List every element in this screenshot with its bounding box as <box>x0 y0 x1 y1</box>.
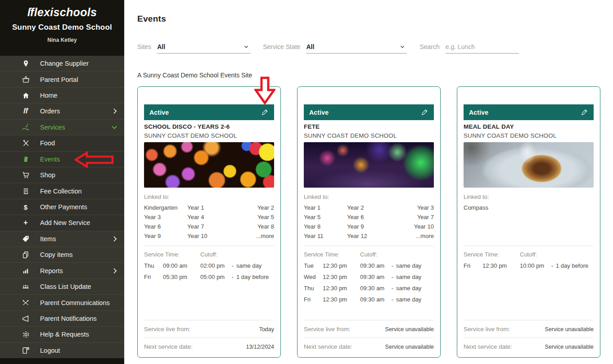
status-badge: Active <box>309 109 329 116</box>
home-icon <box>21 91 31 100</box>
card-footer: Service live from: Today Next service da… <box>144 320 274 350</box>
edit-pencil-icon[interactable] <box>421 108 428 116</box>
sidebar-item-services[interactable]: Services <box>0 119 124 135</box>
logo-text: flexischools <box>30 6 97 18</box>
life-ring-icon <box>21 330 31 339</box>
divider <box>304 246 434 246</box>
sidebar-item-food[interactable]: Food <box>0 135 124 151</box>
service-time: 12:30 pm <box>323 274 360 280</box>
sidebar-footer <box>0 358 124 364</box>
meal-plate-image <box>464 142 594 188</box>
service-time: 05:30 pm <box>163 274 200 280</box>
sidebar-item-home[interactable]: Home <box>0 87 124 103</box>
school-name: Sunny Coast Demo School <box>0 23 124 32</box>
linked-to-label: Linked to: <box>304 193 434 200</box>
service-live-row: Service live from: Service unavailable <box>464 320 594 337</box>
chevron-right-icon <box>113 268 117 274</box>
service-live-row: Service live from: Today <box>144 320 274 337</box>
service-state-select[interactable]: All <box>306 43 407 54</box>
location-pin-icon <box>21 59 31 68</box>
page-title: Events <box>137 14 613 24</box>
more-link[interactable]: ...more <box>231 233 274 239</box>
linked-year: Year 6 <box>347 214 390 220</box>
service-times: Thu 09:00 am 02:00 pm - same day Fri 05:… <box>144 258 274 280</box>
plus-icon: + <box>21 218 31 227</box>
sidebar-menu: Change Supplier Parent Portal Home ſf Or… <box>0 56 124 358</box>
cutoff-note: 1 day before <box>556 262 588 269</box>
card-footer: Service live from: Service unavailable N… <box>464 320 594 350</box>
service-time-row: Fri 12:30 pm 09:30 am - same day <box>304 296 434 303</box>
linked-years-grid: Year 1Year 2Year 3Year 5Year 6Year 7Year… <box>304 204 434 241</box>
basket-icon <box>21 75 31 84</box>
service-time-row: Tue 12:30 pm 09:30 am - same day <box>304 262 434 269</box>
cutoff-separator: - <box>389 285 396 292</box>
chevron-down-icon <box>400 44 405 49</box>
sidebar-item-other-payments[interactable]: $ Other Payments <box>0 199 124 215</box>
sidebar-item-parent-notifications[interactable]: Parent Notifications <box>0 310 124 326</box>
event-school: SUNNY COAST DEMO SCHOOL <box>144 132 274 139</box>
sidebar-item-items[interactable]: Items <box>0 231 124 247</box>
search-label: Search <box>419 43 439 54</box>
sidebar-item-fee-collection[interactable]: Fee Collection <box>0 183 124 198</box>
service-live-value: Today <box>259 326 274 333</box>
search-input[interactable] <box>446 43 519 54</box>
sidebar-item-parent-portal[interactable]: Parent Portal <box>0 71 124 87</box>
filter-bar: Sites All Service State All Search <box>137 43 613 54</box>
cutoff-time: 10:00 pm <box>520 262 549 269</box>
hand-plant-icon <box>21 123 31 132</box>
sidebar-item-logout[interactable]: Logout <box>0 342 124 358</box>
cutoff-note: same day <box>396 285 421 292</box>
event-card-fete: Active FETE SUNNY COAST DEMO SCHOOL Link… <box>297 86 441 358</box>
service-time-row: Wed 12:30 pm 09:30 am - same day <box>304 274 434 280</box>
service-time: 12:30 pm <box>323 262 360 269</box>
cutoff-label: Cutoff: <box>360 251 377 258</box>
edit-pencil-icon[interactable] <box>261 108 269 116</box>
sidebar-item-events[interactable]: Events <box>0 151 124 167</box>
linked-year: Year 3 <box>144 214 187 220</box>
chevron-right-icon <box>113 108 117 114</box>
sidebar-item-help-requests[interactable]: Help & Requests <box>0 326 124 342</box>
people-icon <box>21 282 31 291</box>
sidebar-item-shop[interactable]: Shop <box>0 167 124 183</box>
edit-pencil-icon[interactable] <box>581 108 588 116</box>
sidebar-item-class-list-update[interactable]: Class List Update <box>0 279 124 294</box>
service-live-row: Service live from: Service unavailable <box>304 320 434 337</box>
event-card-meal-deal-day: Active MEAL DEAL DAY SUNNY COAST DEMO SC… <box>457 86 600 358</box>
cutoff-time: 09:30 am <box>360 296 389 303</box>
main-content: Events Sites All Service State All Searc… <box>124 0 613 364</box>
more-link[interactable]: ...more <box>391 233 434 239</box>
service-live-label: Service live from: <box>144 326 191 333</box>
flexischools-logo: ſflexischools <box>0 6 124 19</box>
linked-year: Year 7 <box>187 223 230 230</box>
linked-year: Year 10 <box>187 233 230 239</box>
chevron-down-icon <box>111 125 117 130</box>
linked-year: Year 5 <box>304 214 347 220</box>
service-live-value: Service unavailable <box>545 326 594 333</box>
cart-icon <box>21 171 31 180</box>
linked-year: Year 7 <box>391 214 434 220</box>
cutoff-time: 09:30 am <box>360 274 389 280</box>
sidebar-item-orders[interactable]: ſf Orders <box>0 103 124 119</box>
sidebar-header: ſflexischools Sunny Coast Demo School Ni… <box>0 0 124 56</box>
receipt-icon <box>21 187 31 196</box>
sites-select[interactable]: All <box>157 43 251 54</box>
sidebar-item-parent-communications[interactable]: Parent Communications <box>0 294 124 310</box>
linked-year: Year 5 <box>231 214 274 220</box>
service-time-label: Service Time: <box>144 251 200 258</box>
sidebar-item-change-supplier[interactable]: Change Supplier <box>0 56 124 71</box>
sidebar-item-reports[interactable]: Reports <box>0 262 124 278</box>
cutoff-note: same day <box>396 262 421 269</box>
sidebar-item-copy-items[interactable]: Copy items <box>0 247 124 262</box>
cutoff-time: 09:30 am <box>360 285 389 292</box>
bokeh-lights-image <box>144 142 274 188</box>
card-footer: Service live from: Service unavailable N… <box>304 320 434 350</box>
copy-icon <box>21 250 31 259</box>
sidebar-item-add-new-service[interactable]: + Add New Service <box>0 215 124 230</box>
linked-year: Year 11 <box>304 233 347 239</box>
next-service-label: Next service date: <box>144 343 193 350</box>
next-service-label: Next service date: <box>304 343 352 350</box>
service-day: Fri <box>304 296 323 303</box>
linked-year: Year 4 <box>187 214 230 220</box>
cutoff-time: 09:30 am <box>360 262 389 269</box>
tag-icon <box>21 234 31 243</box>
